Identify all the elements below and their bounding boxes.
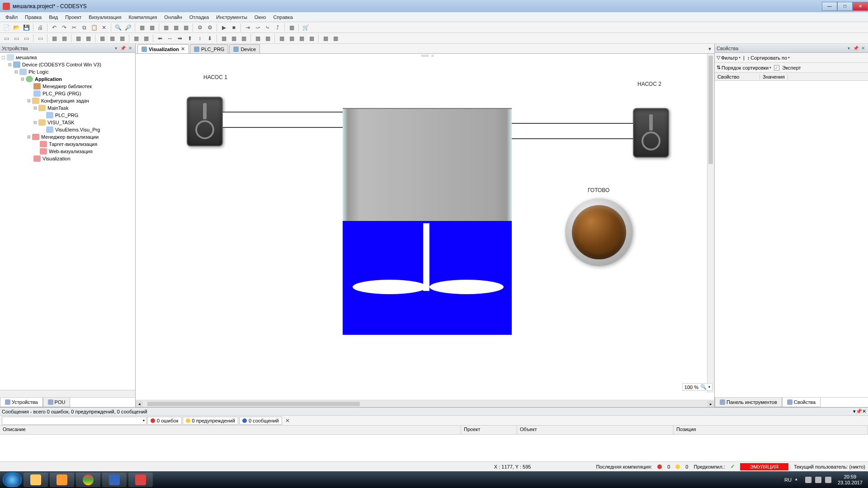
open-icon[interactable]: 📂 [12, 23, 21, 32]
col-project[interactable]: Проект [461, 426, 517, 434]
tab-pou[interactable]: POU [43, 398, 71, 407]
stepover-icon[interactable]: ⤻ [253, 23, 262, 32]
stepout-icon[interactable]: ⤴ [273, 23, 282, 32]
errors-filter[interactable]: 0 ошибок [147, 417, 182, 425]
panel-menu-icon[interactable]: ▾ [113, 45, 119, 52]
messages-filter[interactable]: 0 сообщений [239, 417, 282, 425]
tab-devices[interactable]: Устройства [0, 398, 43, 407]
align-left-icon[interactable]: ⬅ [156, 34, 165, 43]
sort-order-button[interactable]: ⇅Порядок сортировки▾ [717, 65, 771, 70]
menu-project[interactable]: Проект [61, 14, 85, 21]
viz-tb-7[interactable]: ▦ [74, 34, 83, 43]
close-button[interactable]: ✕ [853, 2, 868, 11]
tree-taskcfg[interactable]: Конфигурация задач [40, 98, 90, 103]
menu-visualization[interactable]: Визуализация [85, 14, 125, 21]
task-chrome[interactable] [76, 473, 100, 487]
zoom-indicator[interactable]: 100 %🔍▾ [682, 383, 712, 391]
findnext-icon[interactable]: 🔎 [123, 23, 132, 32]
tree-plcprg[interactable]: PLC_PRG (PRG) [42, 91, 82, 96]
tree-scrollbar[interactable] [0, 390, 135, 397]
copy-icon[interactable]: ⧉ [80, 23, 89, 32]
viz-tb-10[interactable]: ▦ [108, 34, 117, 43]
expand-icon[interactable]: ⊟ [14, 70, 19, 74]
print-icon[interactable]: 🖨 [36, 23, 45, 32]
viz-tb-2[interactable]: ▭ [12, 34, 21, 43]
tray-flag-icon[interactable] [805, 477, 811, 483]
align-top-icon[interactable]: ⬆ [185, 34, 194, 43]
menu-view[interactable]: Вид [45, 14, 61, 21]
col-property[interactable]: Свойство [715, 74, 760, 80]
viz-tb-3[interactable]: ▭ [22, 34, 31, 43]
messages-category-dropdown[interactable]: ▾ [2, 417, 146, 425]
menu-edit[interactable]: Правка [21, 14, 45, 21]
align-center-icon[interactable]: ↔ [165, 34, 175, 43]
expert-checkbox[interactable]: ✓ [774, 65, 779, 70]
panel-menu-icon[interactable]: ▾ [845, 45, 852, 52]
expand-icon[interactable]: ⊟ [20, 77, 25, 81]
start-button[interactable] [3, 473, 22, 487]
viz-tb-12[interactable]: ▦ [132, 34, 141, 43]
language-indicator[interactable]: RU [784, 477, 792, 483]
menu-help[interactable]: Справка [269, 14, 296, 21]
tb-btn-1[interactable]: ▦ [137, 23, 146, 32]
viz-tb-23[interactable]: ▦ [321, 34, 330, 43]
tree-application[interactable]: Application [34, 76, 63, 82]
panel-pin-icon[interactable]: 📌 [120, 45, 126, 52]
tree-vismgr[interactable]: Менеджер визуализации [40, 134, 99, 140]
menu-build[interactable]: Компиляция [125, 14, 160, 21]
expand-icon[interactable]: ⊟ [26, 99, 31, 103]
clear-messages-icon[interactable]: ✕ [283, 416, 292, 425]
viz-tb-16[interactable]: ▦ [239, 34, 248, 43]
task-word[interactable] [102, 473, 127, 487]
viz-tb-5[interactable]: ▦ [50, 34, 59, 43]
align-bottom-icon[interactable]: ⬇ [205, 34, 214, 43]
menu-online[interactable]: Онлайн [160, 14, 185, 21]
viz-tb-8[interactable]: ▦ [84, 34, 93, 43]
logout-icon[interactable]: ⚙ [205, 23, 214, 32]
tree-visualization[interactable]: Visualization [42, 156, 71, 161]
tree-maintask-prg[interactable]: PLC_PRG [54, 113, 79, 118]
tree-visuelem[interactable]: VisuElems.Visu_Prg [54, 127, 101, 132]
zoom-icon[interactable]: 🔍 [700, 384, 707, 390]
panel-pin-icon[interactable]: 📌 [853, 45, 859, 52]
viz-tb-1[interactable]: ▭ [2, 34, 11, 43]
tab-close-icon[interactable]: ✕ [181, 46, 185, 52]
panel-close-icon[interactable]: ✕ [862, 408, 866, 414]
viz-tb-24[interactable]: ▦ [331, 34, 340, 43]
redo-icon[interactable]: ↷ [60, 23, 69, 32]
viz-tb-21[interactable]: ▦ [297, 34, 306, 43]
tabs-menu-icon[interactable]: ▾ [705, 44, 714, 53]
panel-pin-icon[interactable]: 📌 [856, 408, 862, 414]
new-icon[interactable]: 📄 [2, 23, 11, 32]
expand-icon[interactable]: ⊟ [26, 135, 31, 139]
undo-icon[interactable]: ↶ [50, 23, 59, 32]
tree-libmgr[interactable]: Менеджер библиотек [42, 84, 93, 89]
viz-tb-15[interactable]: ▦ [229, 34, 238, 43]
paste-icon[interactable]: 📋 [90, 23, 99, 32]
tb-btn-5[interactable]: ▦ [181, 23, 190, 32]
stepin-icon[interactable]: ⤷ [263, 23, 272, 32]
device-tree[interactable]: ▢мешалка ⊟Device (CODESYS Control Win V3… [0, 53, 135, 390]
tree-visutask[interactable]: VISU_TASK [47, 120, 75, 125]
col-description[interactable]: Описание [0, 426, 461, 434]
tab-toolpanel[interactable]: Панель инструментов [715, 398, 782, 407]
login-icon[interactable]: ⚙ [195, 23, 204, 32]
viz-tb-11[interactable]: ▦ [118, 34, 127, 43]
tab-plcprg[interactable]: PLC_PRG [190, 44, 228, 53]
run-icon[interactable]: ▶ [219, 23, 228, 32]
tb-btn-6[interactable]: ▦ [287, 23, 296, 32]
canvas-vscrollbar[interactable] [707, 54, 714, 393]
cut-icon[interactable]: ✂ [70, 23, 79, 32]
visualization-canvas[interactable]: НАСОС 1 НАСОС 2 ГОТОВО [136, 54, 714, 400]
viz-tb-18[interactable]: ▦ [263, 34, 272, 43]
minimize-button[interactable]: — [822, 2, 837, 11]
expand-icon[interactable]: ▢ [1, 55, 6, 60]
menu-window[interactable]: Окно [251, 14, 270, 21]
viz-tb-20[interactable]: ▦ [287, 34, 296, 43]
filter-button[interactable]: ▽Фильтр▾ [717, 55, 741, 61]
menu-tools[interactable]: Инструменты [212, 14, 251, 21]
viz-tb-22[interactable]: ▦ [307, 34, 316, 43]
tree-maintask[interactable]: MainTask [47, 105, 69, 111]
tree-plclogic[interactable]: Plc Logic [28, 69, 50, 75]
expand-icon[interactable]: ⊟ [33, 106, 38, 110]
